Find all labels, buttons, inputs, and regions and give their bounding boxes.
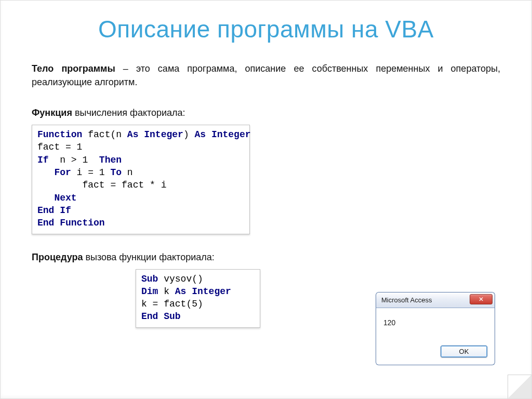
procedure-label: Процедура вызова функции факториала: <box>32 252 500 263</box>
procedure-label-strong: Процедура <box>32 252 83 262</box>
dialog-button-row: OK <box>383 345 487 357</box>
code-procedure-pre: Sub vysov() Dim k As Integer k = fact(5)… <box>141 273 255 323</box>
body-paragraph: Тело программы – это сама программа, опи… <box>32 62 500 89</box>
dialog-body: 120 OK <box>376 308 495 365</box>
slide: Описание программы на VBA Тело программы… <box>0 0 532 399</box>
dialog-title: Microsoft Access <box>381 296 432 304</box>
close-icon: ✕ <box>478 296 484 303</box>
msgbox-dialog: Microsoft Access ✕ 120 OK <box>376 292 495 365</box>
function-label: Функция вычисления факториала: <box>32 108 500 118</box>
close-button[interactable]: ✕ <box>470 294 493 304</box>
function-label-rest: вычисления факториала: <box>72 108 185 118</box>
para-strong: Тело программы <box>32 63 115 74</box>
page-corner-fold-icon <box>508 375 531 398</box>
code-function-pre: Function fact(n As Integer) As Integer f… <box>37 128 244 229</box>
function-label-strong: Функция <box>32 108 72 118</box>
ok-button[interactable]: OK <box>441 345 487 357</box>
dialog-message: 120 <box>383 318 487 327</box>
code-block-procedure: Sub vysov() Dim k As Integer k = fact(5)… <box>136 269 260 328</box>
procedure-label-rest: вызова функции факториала: <box>83 252 214 262</box>
page-title: Описание программы на VBA <box>32 15 500 43</box>
code-block-function: Function fact(n As Integer) As Integer f… <box>32 125 250 234</box>
dialog-titlebar[interactable]: Microsoft Access ✕ <box>376 292 495 308</box>
